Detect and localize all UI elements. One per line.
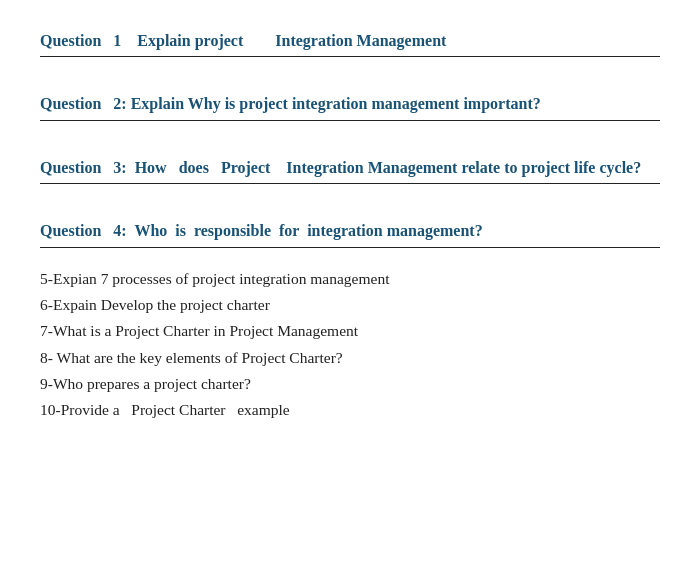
question-2-title: Question 2: Explain Why is project integ… xyxy=(40,93,660,115)
list-item-8: 8- What are the key elements of Project … xyxy=(40,345,660,371)
q4-divider xyxy=(40,247,660,248)
q4-label: Question 4 xyxy=(40,222,121,239)
question-1-title: Question 1 Explain project Integration M… xyxy=(40,30,660,52)
spacer-1 xyxy=(40,75,660,93)
question-4-title: Question 4: Who is responsible for integ… xyxy=(40,220,660,242)
question-2-block: Question 2: Explain Why is project integ… xyxy=(40,93,660,120)
q3-label: Question 3 xyxy=(40,159,121,176)
question-4-block: Question 4: Who is responsible for integ… xyxy=(40,220,660,423)
q1-divider xyxy=(40,56,660,57)
spacer-2 xyxy=(40,139,660,157)
list-item-10: 10-Provide a Project Charter example xyxy=(40,397,660,423)
list-item-7: 7-What is a Project Charter in Project M… xyxy=(40,318,660,344)
question-1-block: Question 1 Explain project Integration M… xyxy=(40,30,660,57)
question-3-block: Question 3: How does Project Integration… xyxy=(40,157,660,184)
q2-colon: : Explain Why is project integration man… xyxy=(121,95,540,112)
question-3-title: Question 3: How does Project Integration… xyxy=(40,157,660,179)
list-item-9: 9-Who prepares a project charter? xyxy=(40,371,660,397)
list-item-5: 5-Expian 7 processes of project integrat… xyxy=(40,266,660,292)
q3-colon: : How does Project Integration Managemen… xyxy=(121,159,641,176)
q2-label: Question 2 xyxy=(40,95,121,112)
q2-divider xyxy=(40,120,660,121)
spacer-3 xyxy=(40,202,660,220)
q4-colon: : Who is responsible for integration man… xyxy=(121,222,482,239)
q4-list: 5-Expian 7 processes of project integrat… xyxy=(40,266,660,424)
q1-label: Question 1 Explain project Integration M… xyxy=(40,32,446,49)
list-item-6: 6-Expain Develop the project charter xyxy=(40,292,660,318)
q3-divider xyxy=(40,183,660,184)
